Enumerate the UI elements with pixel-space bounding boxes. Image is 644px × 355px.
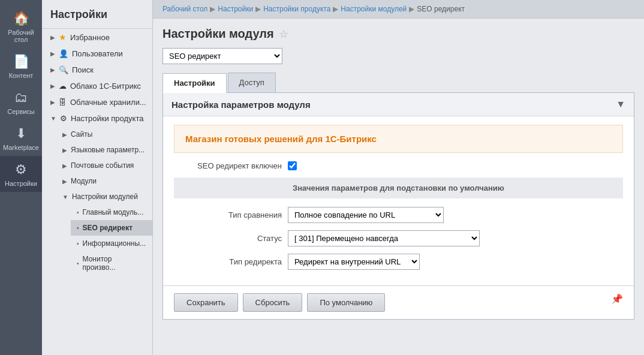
marketplace-icon: ⬇ bbox=[16, 126, 26, 142]
sidebar-item-favorites[interactable]: ▶ ★ Избранное bbox=[42, 29, 152, 46]
arrow-icon: ▶ bbox=[62, 178, 67, 185]
redirect-type-row: Тип редиректа Редирект на внутренний URL… bbox=[174, 254, 623, 270]
page-title-row: Настройки модуля ☆ bbox=[162, 27, 634, 41]
favorite-star-button[interactable]: ☆ bbox=[279, 28, 288, 41]
status-row: Статус [ 301] Перемещено навсегда [ 302]… bbox=[174, 230, 623, 246]
sidebar-label-lang: Языковые параметр... bbox=[71, 146, 145, 154]
services-icon: 🗂 bbox=[14, 90, 28, 106]
sidebar-item-product-settings[interactable]: ▼ ⚙ Настройки продукта bbox=[42, 110, 152, 127]
status-select[interactable]: [ 301] Перемещено навсегда [ 302] Времен… bbox=[288, 230, 480, 246]
cloud-icon: ☁ bbox=[59, 82, 67, 91]
sidebar-item-modules[interactable]: ▶ Модули bbox=[56, 173, 152, 189]
tab-settings[interactable]: Настройки bbox=[162, 73, 227, 93]
comparison-type-row: Тип сравнения Полное совпадение по URL Р… bbox=[174, 207, 623, 223]
sidebar-label-cloud1c: Облако 1С-Битрикс bbox=[70, 82, 141, 91]
sidebar-label-sites: Сайты bbox=[71, 130, 92, 139]
iconbar-label-settings: Настройки bbox=[5, 180, 37, 187]
sidebar-item-users[interactable]: ▶ 👤 Пользователи bbox=[42, 46, 152, 62]
main-area: Рабочий стол ▶ Настройки ▶ Настройки про… bbox=[153, 0, 644, 355]
bullet-icon: • bbox=[77, 260, 79, 267]
sidebar-item-mail[interactable]: ▶ Почтовые события bbox=[56, 158, 152, 173]
iconbar-item-services[interactable]: 🗂 Сервисы bbox=[0, 84, 42, 120]
arrow-icon: ▶ bbox=[50, 83, 55, 89]
sidebar-label-users: Пользователи bbox=[72, 49, 123, 58]
page-title: Настройки модуля bbox=[162, 27, 274, 41]
panel-header-title: Настройка параметров модуля bbox=[171, 100, 311, 110]
default-section-label: Значения параметров для подстановки по у… bbox=[293, 183, 504, 192]
settings-panel: Настройка параметров модуля ▼ 📌 Магазин … bbox=[162, 93, 634, 320]
breadcrumb-settings[interactable]: Настройки bbox=[218, 5, 253, 13]
tab-access[interactable]: Доступ bbox=[228, 73, 276, 92]
sidebar-label-search: Поиск bbox=[72, 65, 94, 74]
status-label: Статус bbox=[174, 234, 282, 243]
breadcrumb-product-settings[interactable]: Настройки продукта bbox=[263, 5, 330, 13]
sidebar-label-mail: Почтовые события bbox=[71, 161, 134, 170]
sidebar-item-main-module[interactable]: • Главный модуль... bbox=[71, 204, 152, 220]
sidebar-item-info-systems[interactable]: • Информационны... bbox=[71, 236, 152, 251]
default-section: Значения параметров для подстановки по у… bbox=[174, 178, 623, 198]
sidebar-sub-modules: • Главный модуль... • SEO редирект • Инф… bbox=[56, 204, 152, 275]
sidebar-sub-product: ▶ Сайты ▶ Языковые параметр... ▶ Почтовы… bbox=[42, 127, 152, 275]
sidebar-item-module-settings[interactable]: ▼ Настройки модулей bbox=[56, 189, 152, 204]
star-icon: ★ bbox=[59, 32, 67, 42]
breadcrumb-current: SEO редирект bbox=[417, 5, 465, 13]
sidebar-label-seo-redirect: SEO редирект bbox=[83, 224, 133, 232]
pin-bottom-icon[interactable]: 📌 bbox=[611, 293, 623, 312]
comparison-type-select[interactable]: Полное совпадение по URL Регулярное выра… bbox=[288, 207, 444, 223]
sidebar-item-lang[interactable]: ▶ Языковые параметр... bbox=[56, 142, 152, 158]
sidebar-label-info-systems: Информационны... bbox=[83, 239, 146, 248]
reset-button[interactable]: Сбросить bbox=[243, 293, 303, 312]
breadcrumb-module-settings[interactable]: Настройки модулей bbox=[341, 5, 407, 13]
settings-icon: ⚙ bbox=[15, 162, 27, 178]
iconbar-item-content[interactable]: 📄 Контент bbox=[0, 48, 42, 84]
breadcrumb-sep-2: ▶ bbox=[255, 5, 261, 13]
sidebar-item-perf-monitor[interactable]: • Монитор произво... bbox=[71, 251, 152, 275]
panel-header[interactable]: Настройка параметров модуля ▼ 📌 bbox=[163, 93, 634, 116]
bullet-icon: • bbox=[77, 240, 79, 247]
iconbar-label-desktop: Рабочий стол bbox=[2, 29, 40, 43]
arrow-down-icon: ▼ bbox=[62, 194, 68, 200]
arrow-down-icon: ▼ bbox=[50, 115, 56, 122]
save-button[interactable]: Сохранить bbox=[174, 293, 238, 312]
module-select[interactable]: SEO редирект bbox=[162, 48, 282, 64]
breadcrumb: Рабочий стол ▶ Настройки ▶ Настройки про… bbox=[153, 0, 644, 19]
sidebar-label-favorites: Избранное bbox=[70, 33, 110, 42]
sidebar-item-cloud1c[interactable]: ▶ ☁ Облако 1С-Битрикс bbox=[42, 78, 152, 94]
marketplace-banner: Магазин готовых решений для 1С-Битрикс bbox=[174, 125, 623, 153]
sidebar-label-perf-monitor: Монитор произво... bbox=[83, 255, 146, 272]
sidebar-item-seo-redirect[interactable]: • SEO редирект bbox=[71, 220, 152, 236]
iconbar-item-desktop[interactable]: 🏠 Рабочий стол bbox=[0, 5, 42, 48]
sidebar-label-module-settings: Настройки модулей bbox=[72, 192, 138, 201]
redirect-type-label: Тип редиректа bbox=[174, 257, 282, 266]
iconbar-item-settings[interactable]: ⚙ Настройки bbox=[0, 156, 42, 192]
collapse-icon: ▼ bbox=[616, 99, 625, 110]
breadcrumb-sep-3: ▶ bbox=[333, 5, 338, 13]
sidebar-label-modules: Модули bbox=[71, 177, 97, 185]
arrow-icon: ▶ bbox=[50, 67, 55, 73]
default-button[interactable]: По умолчанию bbox=[307, 293, 385, 312]
breadcrumb-desktop[interactable]: Рабочий стол bbox=[162, 5, 207, 13]
person-icon: 👤 bbox=[59, 49, 68, 58]
marketplace-link[interactable]: Магазин готовых решений для 1С-Битрикс bbox=[185, 134, 377, 144]
sidebar-label-main-module: Главный модуль... bbox=[83, 208, 144, 216]
breadcrumb-sep-1: ▶ bbox=[210, 5, 215, 13]
panel-content: Магазин готовых решений для 1С-Битрикс S… bbox=[163, 116, 634, 285]
content-icon: 📄 bbox=[13, 54, 29, 70]
home-icon: 🏠 bbox=[13, 11, 29, 26]
iconbar-label-marketplace: Marketplace bbox=[3, 144, 39, 151]
seo-enabled-row: SEO редирект включен bbox=[174, 161, 623, 170]
iconbar-item-marketplace[interactable]: ⬇ Marketplace bbox=[0, 120, 42, 156]
comparison-type-label: Тип сравнения bbox=[174, 210, 282, 219]
arrow-icon: ▶ bbox=[50, 99, 55, 106]
bullet-icon: • bbox=[77, 225, 79, 231]
sidebar-item-cloudstorage[interactable]: ▶ 🗄 Облачные хранили... bbox=[42, 94, 152, 110]
seo-enabled-checkbox[interactable] bbox=[288, 161, 297, 170]
arrow-icon: ▶ bbox=[62, 163, 67, 169]
sidebar-item-search[interactable]: ▶ 🔍 Поиск bbox=[42, 62, 152, 78]
sidebar-label-cloudstorage: Облачные хранили... bbox=[70, 98, 146, 107]
sidebar-item-sites[interactable]: ▶ Сайты bbox=[56, 127, 152, 142]
arrow-icon: ▶ bbox=[50, 34, 55, 41]
button-row: Сохранить Сбросить По умолчанию 📌 bbox=[163, 285, 634, 319]
seo-enabled-label: SEO редирект включен bbox=[174, 161, 282, 170]
redirect-type-select[interactable]: Редирект на внутренний URL Редирект на в… bbox=[288, 254, 420, 270]
